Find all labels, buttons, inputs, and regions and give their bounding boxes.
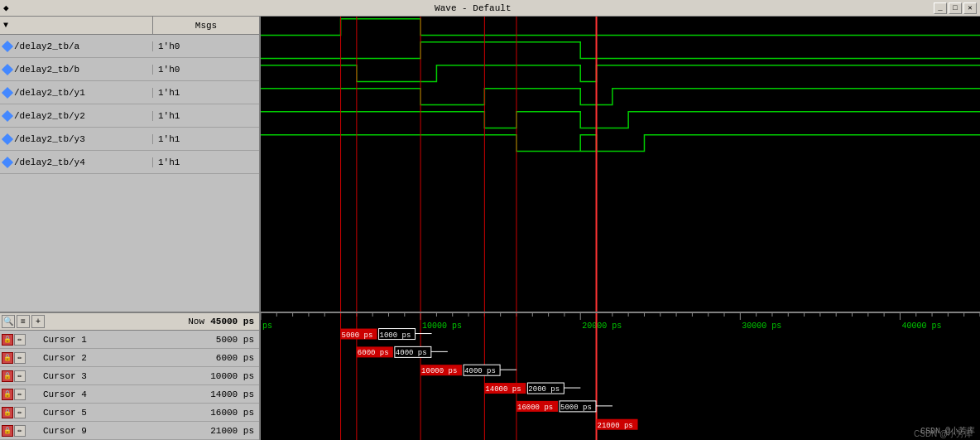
timeline-canvas xyxy=(261,313,980,440)
signal-row-1[interactable]: /delay2_tb/b 1'h0 xyxy=(0,58,259,81)
cursor-header-row: 🔍 ≡ + Now 45000 ps xyxy=(0,313,259,331)
cursor-name-5: Cursor 9 xyxy=(41,426,108,436)
signal-row-5[interactable]: /delay2_tb/y4 1'h1 xyxy=(0,151,259,174)
add-icon[interactable]: + xyxy=(31,315,45,328)
cursor-rows-container: 🔒 ✏ Cursor 1 5000 ps 🔒 ✏ Cursor 2 6000 p… xyxy=(0,331,259,440)
wave-area: ▼ Msgs /delay2_tb/a 1'h0 /delay2_tb/b 1'… xyxy=(0,17,980,312)
signal-name-2: /delay2_tb/y1 xyxy=(0,88,153,98)
signal-name-4: /delay2_tb/y3 xyxy=(0,134,153,144)
cursor-row-0: 🔒 ✏ Cursor 1 5000 ps xyxy=(0,331,259,349)
signal-name-5: /delay2_tb/y4 xyxy=(0,157,153,167)
list-icon[interactable]: ≡ xyxy=(17,315,30,328)
close-button[interactable]: ✕ xyxy=(963,2,977,14)
lock-icon-0[interactable]: 🔒 xyxy=(2,334,13,346)
title-bar-controls: _ □ ✕ xyxy=(934,2,977,14)
now-label: Now xyxy=(46,317,206,326)
cursor-name-4: Cursor 5 xyxy=(41,408,108,418)
cursor-time-5: 21000 ps xyxy=(108,426,259,436)
signal-diamond-3 xyxy=(2,109,13,121)
signal-value-0: 1'h0 xyxy=(153,41,259,51)
cursor-row-5: 🔒 ✏ Cursor 9 21000 ps xyxy=(0,422,259,440)
signal-value-5: 1'h1 xyxy=(153,157,259,167)
cursor-panel: 🔍 ≡ + Now 45000 ps 🔒 ✏ Cursor 1 5000 ps … xyxy=(0,313,261,440)
signal-header-name: ▼ xyxy=(0,17,153,34)
signal-diamond-0 xyxy=(2,40,13,51)
zoom-icon[interactable]: 🔍 xyxy=(2,315,15,328)
lock-icon-2[interactable]: 🔒 xyxy=(2,370,13,382)
now-text: Now xyxy=(188,317,204,326)
signal-value-1: 1'h0 xyxy=(153,65,259,75)
cursor-icons-2: 🔒 ✏ xyxy=(0,370,41,382)
cursor-row-4: 🔒 ✏ Cursor 5 16000 ps xyxy=(0,404,259,422)
signal-value-3: 1'h1 xyxy=(153,111,259,121)
signal-diamond-1 xyxy=(2,63,13,75)
cursor-name-1: Cursor 2 xyxy=(41,353,108,363)
pencil-icon-5[interactable]: ✏ xyxy=(14,425,26,437)
pencil-icon-4[interactable]: ✏ xyxy=(14,407,26,418)
pencil-icon-0[interactable]: ✏ xyxy=(14,334,26,346)
signal-name-1: /delay2_tb/b xyxy=(0,65,153,75)
cursor-time-1: 6000 ps xyxy=(108,353,259,363)
signal-panel: ▼ Msgs /delay2_tb/a 1'h0 /delay2_tb/b 1'… xyxy=(0,17,261,312)
timeline-waveform: CSDN @小芳库 xyxy=(261,313,980,440)
signal-row-4[interactable]: /delay2_tb/y3 1'h1 xyxy=(0,128,259,151)
signal-row-2[interactable]: /delay2_tb/y1 1'h1 xyxy=(0,81,259,104)
signal-value-4: 1'h1 xyxy=(153,134,259,144)
cursor-icons-3: 🔒 ✏ xyxy=(0,389,41,400)
watermark: CSDN @小芳库 xyxy=(920,425,975,437)
cursor-row-1: 🔒 ✏ Cursor 2 6000 ps xyxy=(0,349,259,367)
lock-icon-3[interactable]: 🔒 xyxy=(2,389,13,400)
title-bar-title: Wave - Default xyxy=(12,3,934,13)
cursor-icons-4: 🔒 ✏ xyxy=(0,407,41,418)
cursor-name-3: Cursor 4 xyxy=(41,389,108,399)
pencil-icon-2[interactable]: ✏ xyxy=(14,370,26,382)
cursor-time-3: 14000 ps xyxy=(108,389,259,399)
title-bar: ◆ Wave - Default _ □ ✕ xyxy=(0,0,980,17)
signal-header-msgs: Msgs xyxy=(153,17,259,34)
cursor-icons-0: 🔒 ✏ xyxy=(0,334,41,346)
waveform-canvas xyxy=(261,17,980,312)
main-container: ▼ Msgs /delay2_tb/a 1'h0 /delay2_tb/b 1'… xyxy=(0,17,980,440)
title-bar-icon: ◆ xyxy=(3,2,9,13)
signal-name-0: /delay2_tb/a xyxy=(0,41,153,51)
now-value: 45000 ps xyxy=(208,317,257,326)
signal-diamond-5 xyxy=(2,156,13,167)
lock-icon-1[interactable]: 🔒 xyxy=(2,352,13,364)
cursor-name-2: Cursor 3 xyxy=(41,371,108,381)
cursor-name-0: Cursor 1 xyxy=(41,335,108,345)
cursor-icons-5: 🔒 ✏ xyxy=(0,425,41,437)
signal-diamond-2 xyxy=(2,86,13,98)
cursor-row-2: 🔒 ✏ Cursor 3 10000 ps xyxy=(0,367,259,385)
pencil-icon-3[interactable]: ✏ xyxy=(14,389,26,400)
lock-icon-4[interactable]: 🔒 xyxy=(2,407,13,418)
waveform-panel xyxy=(261,17,980,312)
signal-diamond-4 xyxy=(2,133,13,144)
signal-row-3[interactable]: /delay2_tb/y2 1'h1 xyxy=(0,104,259,128)
cursor-icons-1: 🔒 ✏ xyxy=(0,352,41,364)
signal-value-2: 1'h1 xyxy=(153,88,259,98)
signal-row-0[interactable]: /delay2_tb/a 1'h0 xyxy=(0,35,259,58)
cursor-row-3: 🔒 ✏ Cursor 4 14000 ps xyxy=(0,385,259,404)
maximize-button[interactable]: □ xyxy=(949,2,962,14)
cursor-time-4: 16000 ps xyxy=(108,408,259,418)
lock-icon-5[interactable]: 🔒 xyxy=(2,425,13,437)
bottom-area: 🔍 ≡ + Now 45000 ps 🔒 ✏ Cursor 1 5000 ps … xyxy=(0,312,980,440)
signal-header: ▼ Msgs xyxy=(0,17,259,35)
minimize-button[interactable]: _ xyxy=(934,2,947,14)
signal-name-3: /delay2_tb/y2 xyxy=(0,111,153,121)
cursor-time-2: 10000 ps xyxy=(108,371,259,381)
cursor-time-0: 5000 ps xyxy=(108,335,259,345)
signal-rows-container: /delay2_tb/a 1'h0 /delay2_tb/b 1'h0 /del… xyxy=(0,35,259,174)
pencil-icon-1[interactable]: ✏ xyxy=(14,352,26,364)
